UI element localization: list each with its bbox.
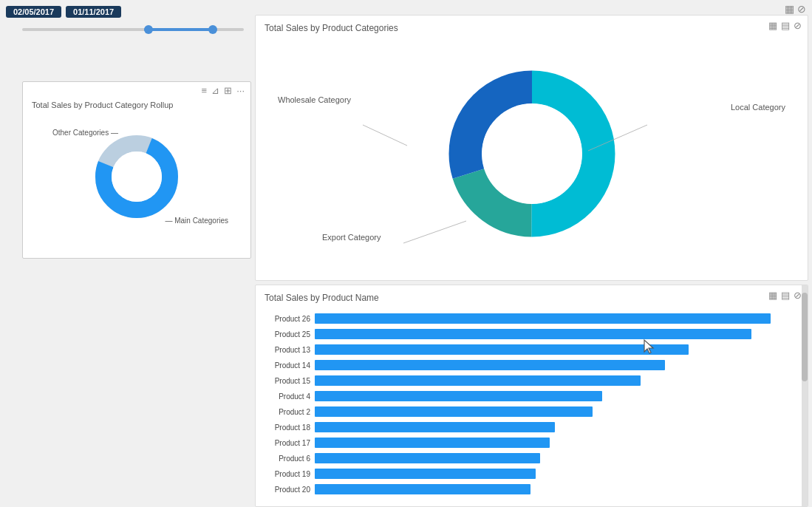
bar-track: [315, 360, 794, 370]
bar-fill[interactable]: [315, 313, 771, 324]
bar-track: [315, 406, 794, 417]
svg-line-3: [363, 125, 407, 146]
left-panel: ≡ ⊿ ⊞ ··· Total Sales by Product Categor…: [22, 81, 251, 259]
svg-point-2: [112, 152, 162, 202]
bar-fill[interactable]: [315, 406, 593, 417]
scrollbar[interactable]: [802, 285, 808, 506]
large-donut-chart: [440, 61, 624, 246]
stacked-bar-icon-br[interactable]: ▤: [781, 290, 790, 301]
bar-fill[interactable]: [315, 391, 602, 401]
block-icon-tr[interactable]: ⊘: [794, 20, 802, 31]
bar-fill[interactable]: [315, 360, 665, 370]
bar-row: Product 25: [265, 327, 794, 341]
block-icon[interactable]: ⊘: [797, 3, 806, 15]
start-date[interactable]: 02/05/2017: [6, 6, 61, 18]
bar-fill[interactable]: [315, 484, 530, 494]
top-right-panel: Total Sales by Product Categories ▦ ▤ ⊘ …: [255, 15, 808, 281]
bar-label: Product 25: [265, 330, 315, 338]
bar-label: Product 19: [265, 470, 315, 478]
scroll-thumb[interactable]: [802, 293, 808, 381]
bar-fill[interactable]: [315, 375, 641, 386]
bar-track: [315, 453, 794, 463]
slider-thumb-left[interactable]: [144, 25, 153, 34]
top-right-title: Total Sales by Product Categories: [256, 16, 808, 36]
bar-label: Product 26: [265, 315, 315, 323]
bar-label: Product 6: [265, 455, 315, 463]
bar-chart-area: Product 26Product 25Product 13Product 14…: [256, 306, 808, 504]
bar-label: Product 20: [265, 486, 315, 494]
bar-track: [315, 375, 794, 386]
end-date[interactable]: 01/11/2017: [66, 6, 121, 18]
bar-chart-icon[interactable]: ▦: [785, 3, 794, 15]
bar-label: Product 4: [265, 392, 315, 401]
bar-label: Product 15: [265, 377, 315, 385]
bar-fill[interactable]: [315, 344, 689, 355]
bar-row: Product 18: [265, 421, 794, 434]
bar-fill[interactable]: [315, 438, 550, 448]
export-label: Export Category: [322, 233, 381, 242]
bar-row: Product 13: [265, 343, 794, 356]
bar-chart-icon-br[interactable]: ▦: [768, 290, 777, 301]
expand-icon[interactable]: ⊞: [224, 85, 232, 96]
bar-track: [315, 391, 794, 401]
bar-row: Product 6: [265, 452, 794, 465]
hamburger-icon[interactable]: ≡: [202, 85, 208, 96]
block-icon-br[interactable]: ⊘: [794, 290, 802, 301]
bar-track: [315, 438, 794, 448]
small-donut-chart: [89, 129, 185, 225]
bar-track: [315, 344, 794, 355]
bar-track: [315, 484, 794, 494]
bar-chart-icon-tr[interactable]: ▦: [768, 20, 777, 31]
bar-row: Product 20: [265, 483, 794, 496]
bar-fill[interactable]: [315, 422, 555, 432]
label-main: — Main Categories: [165, 217, 228, 225]
bar-label: Product 2: [265, 408, 315, 416]
filter-icon[interactable]: ⊿: [211, 85, 219, 96]
bar-track: [315, 329, 794, 339]
small-donut-container: Other Categories — — Main Categories: [23, 114, 250, 239]
label-other: Other Categories —: [52, 129, 118, 137]
top-icons: ▦ ⊘: [785, 3, 806, 15]
bottom-right-panel: Total Sales by Product Name ▦ ▤ ⊘ Produc…: [255, 285, 808, 507]
large-donut-area: Wholesale Category Local Category Export…: [256, 36, 808, 271]
bar-row: Product 2: [265, 405, 794, 418]
more-icon[interactable]: ···: [236, 85, 245, 96]
local-label: Local Category: [731, 103, 785, 112]
bar-fill[interactable]: [315, 453, 540, 463]
left-panel-title: Total Sales by Product Category Rollup: [23, 99, 250, 114]
bar-label: Product 17: [265, 439, 315, 447]
bar-track: [315, 469, 794, 479]
bar-row: Product 4: [265, 389, 794, 403]
bar-label: Product 13: [265, 346, 315, 354]
bar-track: [315, 313, 794, 324]
slider-thumb-right[interactable]: [208, 25, 217, 34]
bottom-right-icons: ▦ ▤ ⊘: [768, 290, 802, 301]
bar-label: Product 14: [265, 361, 315, 370]
date-slider[interactable]: [22, 24, 244, 35]
bottom-right-title: Total Sales by Product Name: [256, 285, 808, 306]
wholesale-label: Wholesale Category: [278, 95, 351, 104]
stacked-bar-icon-tr[interactable]: ▤: [781, 20, 790, 31]
bar-label: Product 18: [265, 423, 315, 432]
top-right-icons: ▦ ▤ ⊘: [768, 20, 802, 31]
bar-fill[interactable]: [315, 329, 751, 339]
left-panel-toolbar: ≡ ⊿ ⊞ ···: [23, 82, 250, 99]
bar-row: Product 19: [265, 467, 794, 480]
svg-point-9: [482, 103, 582, 204]
bar-row: Product 26: [265, 312, 794, 325]
bar-track: [315, 422, 794, 432]
bar-row: Product 17: [265, 436, 794, 449]
bar-fill[interactable]: [315, 469, 536, 479]
bar-row: Product 14: [265, 358, 794, 372]
bar-row: Product 15: [265, 374, 794, 387]
